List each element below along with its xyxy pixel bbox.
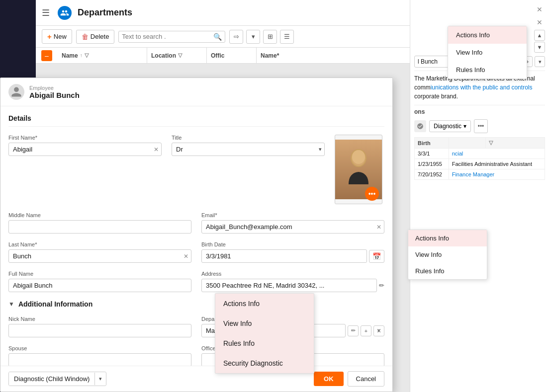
rp-diagnostic-row: Diagnostic ▾ ••• bbox=[414, 119, 545, 133]
form-row-4: Full Name Address ✏ bbox=[8, 271, 384, 292]
title-input[interactable] bbox=[172, 143, 325, 156]
calendar-icon[interactable]: 📅 bbox=[369, 250, 384, 263]
rp-diagnostic-button[interactable]: Diagnostic ▾ bbox=[429, 120, 471, 132]
rp-name-expand[interactable]: ▾ bbox=[535, 56, 545, 67]
table-cell-date: 3/3/1 bbox=[415, 149, 449, 159]
email-label: Email* bbox=[201, 212, 384, 218]
col-location: Location ▽ bbox=[147, 48, 207, 63]
last-name-label: Last Name* bbox=[8, 241, 191, 247]
search-input[interactable] bbox=[122, 33, 211, 40]
top-menu-actions-info[interactable]: Actions Info bbox=[448, 26, 527, 44]
title-group: Title ▾ bbox=[172, 135, 325, 204]
collapse-button[interactable]: – bbox=[41, 50, 52, 61]
modal-subtitle: Employee bbox=[29, 85, 80, 91]
top-menu-rules-info[interactable]: Rules Info bbox=[448, 61, 527, 78]
dept-clear[interactable]: ✕ bbox=[376, 327, 381, 334]
rp-more-button[interactable]: ••• bbox=[474, 119, 488, 133]
last-name-clear[interactable]: ✕ bbox=[183, 253, 188, 260]
ctx-actions-info[interactable]: Actions Info bbox=[215, 294, 314, 314]
form-row-3: Last Name* ✕ Birth Date 📅 bbox=[8, 241, 384, 263]
new-label: New bbox=[54, 33, 67, 40]
nick-name-input[interactable] bbox=[8, 324, 191, 337]
rp-separator-2 bbox=[414, 105, 545, 105]
rp-filter-icon[interactable]: ▽ bbox=[489, 140, 493, 146]
full-name-input[interactable] bbox=[8, 279, 191, 292]
first-name-clear[interactable]: ✕ bbox=[154, 146, 159, 153]
delete-button[interactable]: 🗑 Delete bbox=[76, 30, 115, 44]
top-diagnostic-dropdown: Actions Info View Info Rules Info bbox=[448, 26, 527, 79]
svg-point-2 bbox=[352, 150, 365, 164]
ctx-rules-info[interactable]: Rules Info bbox=[215, 333, 314, 353]
email-group: Email* ✕ bbox=[201, 212, 384, 234]
toggle-collapse-icon: ▼ bbox=[8, 301, 14, 308]
birth-date-group: Birth Date 📅 bbox=[201, 241, 384, 263]
address-edit-icon[interactable]: ✏ bbox=[379, 282, 384, 289]
rp-close-2[interactable]: ✕ bbox=[534, 17, 545, 28]
footer-diagnostic: Diagnostic (Child Window) ▾ bbox=[8, 372, 106, 386]
sort-icon[interactable]: ↑ bbox=[80, 53, 83, 58]
rp-col-info bbox=[449, 138, 485, 149]
rp-link-1[interactable]: iunications with the bbox=[431, 84, 481, 91]
table-view-button[interactable]: ⊞ bbox=[263, 30, 277, 44]
address-group: Address ✏ bbox=[201, 271, 384, 292]
finance-manager-link[interactable]: Finance Manager bbox=[452, 171, 495, 177]
export-button[interactable]: ⇨ bbox=[229, 30, 243, 44]
table-link[interactable]: ncial bbox=[452, 151, 463, 157]
col-office: Offic bbox=[207, 48, 257, 63]
form-row-2: Middle Name Email* ✕ bbox=[8, 212, 384, 234]
title-arrow-icon[interactable]: ▾ bbox=[319, 146, 322, 153]
cancel-button[interactable]: Cancel bbox=[348, 371, 384, 387]
middle-name-input[interactable] bbox=[8, 220, 191, 234]
ctx-security-diagnostic[interactable]: Security Diagnostic bbox=[215, 353, 314, 373]
last-name-input[interactable] bbox=[8, 249, 191, 263]
new-button[interactable]: + New bbox=[42, 29, 72, 44]
scroll-down-btn[interactable]: ▼ bbox=[534, 42, 545, 53]
app-icon bbox=[58, 6, 72, 20]
last-name-wrap: ✕ bbox=[8, 249, 191, 263]
photo-more-button[interactable]: ••• bbox=[365, 187, 379, 201]
address-input[interactable] bbox=[201, 279, 377, 292]
scroll-up-btn[interactable]: ▲ bbox=[534, 30, 545, 41]
ok-button[interactable]: OK bbox=[314, 372, 344, 386]
table-cell-info: Finance Manager bbox=[449, 169, 545, 180]
spouse-input[interactable] bbox=[8, 353, 191, 366]
birth-date-label: Birth Date bbox=[201, 241, 384, 247]
modal-title-group: Employee Abigail Bunch bbox=[29, 85, 80, 99]
additional-toggle[interactable]: ▼ Additional Information bbox=[8, 300, 384, 308]
dept-edit[interactable]: ✏ bbox=[348, 325, 359, 336]
rp-close-1[interactable]: ✕ bbox=[534, 4, 545, 15]
spouse-wrap bbox=[8, 353, 191, 366]
search-icon[interactable]: 🔍 bbox=[213, 33, 222, 41]
group-button[interactable]: ☰ bbox=[280, 30, 294, 44]
first-name-input[interactable] bbox=[8, 143, 162, 156]
rp-menu-rules-info[interactable]: Rules Info bbox=[408, 263, 487, 279]
table-row: 7/20/1952 Finance Manager bbox=[415, 169, 545, 180]
rp-diagnostic-arrow: ▾ bbox=[463, 123, 466, 130]
rp-col-filter: ▽ bbox=[485, 138, 545, 149]
col-toggle-area: – bbox=[36, 50, 58, 61]
location-filter-icon[interactable]: ▽ bbox=[178, 52, 182, 59]
full-name-label: Full Name bbox=[8, 271, 191, 277]
footer-diagnostic-arrow[interactable]: ▾ bbox=[94, 373, 106, 385]
top-menu-view-info[interactable]: View Info bbox=[448, 44, 527, 61]
name-filter-icon[interactable]: ▽ bbox=[85, 52, 89, 59]
email-input[interactable] bbox=[201, 220, 384, 234]
photo-box: ••• bbox=[335, 135, 382, 204]
title-label: Title bbox=[172, 135, 325, 141]
export-arrow-button[interactable]: ▾ bbox=[246, 30, 260, 44]
birth-date-wrap: 📅 bbox=[201, 249, 384, 263]
nick-name-wrap bbox=[8, 324, 191, 337]
rp-menu-view-info[interactable]: View Info bbox=[408, 246, 487, 263]
birth-date-input[interactable] bbox=[201, 249, 367, 263]
photo-group: ••• bbox=[335, 135, 384, 204]
hamburger-icon[interactable]: ☰ bbox=[42, 7, 50, 18]
form-row-5: Nick Name Department ✕ ✏ + ▾ bbox=[8, 316, 384, 337]
rp-link-2[interactable]: public and controls bbox=[482, 84, 532, 91]
dept-add[interactable]: + bbox=[361, 325, 371, 336]
title-select-wrap: ▾ bbox=[172, 143, 325, 156]
additional-label: Additional Information bbox=[18, 300, 92, 308]
email-clear[interactable]: ✕ bbox=[376, 224, 381, 231]
ctx-view-info[interactable]: View Info bbox=[215, 314, 314, 333]
rp-menu-actions-info[interactable]: Actions Info bbox=[408, 230, 487, 246]
address-label: Address bbox=[201, 271, 384, 277]
